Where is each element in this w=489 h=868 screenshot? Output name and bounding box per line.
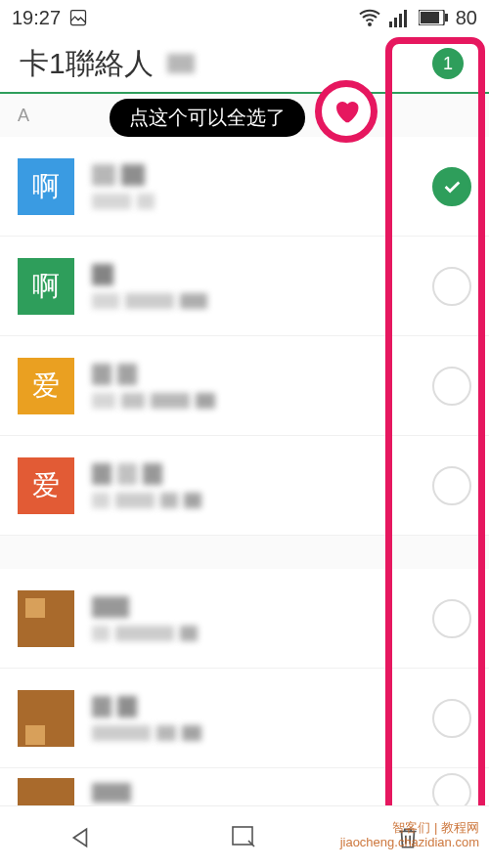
status-right: 80 [358,6,477,29]
watermark-line2: jiaocheng.chazidian.com [340,835,479,850]
selection-count-badge[interactable]: 1 [432,48,464,79]
contact-info [92,596,432,641]
contact-info [92,696,432,741]
avatar [18,778,74,807]
svg-rect-7 [421,12,439,23]
status-time: 19:27 [12,7,61,29]
section-letter: A [18,106,29,126]
contact-info [92,463,432,508]
watermark-line1: 智客们 | 教程网 [340,820,479,836]
tutorial-tooltip: 点这个可以全选了 [110,99,305,137]
contact-row[interactable] [0,669,489,768]
nav-back-button[interactable] [67,823,96,852]
svg-rect-0 [71,11,86,25]
status-bar: 19:27 80 [0,0,489,35]
contact-info [92,264,432,309]
svg-point-1 [369,23,371,25]
battery-icon [419,10,448,25]
avatar: 啊 [18,258,74,315]
section-header: A 点这个可以全选了 [0,94,489,137]
check-icon [441,176,463,197]
avatar: 爱 [18,358,74,414]
avatar: 啊 [18,158,74,215]
badge-count: 1 [443,54,453,74]
svg-rect-5 [404,10,407,27]
heart-icon [332,97,361,126]
select-checkbox[interactable] [432,466,471,505]
image-icon [68,8,88,27]
avatar-text: 爱 [32,368,60,405]
avatar [18,690,74,747]
avatar: 爱 [18,457,74,514]
contact-row[interactable]: 爱 [0,436,489,536]
wifi-icon [358,6,381,29]
svg-rect-8 [445,14,448,22]
svg-rect-3 [394,18,397,27]
triangle-back-icon [68,825,94,850]
select-checkbox[interactable] [432,599,471,638]
watermark: 智客们 | 教程网 jiaocheng.chazidian.com [340,820,479,850]
contact-row[interactable]: 爱 [0,336,489,436]
avatar [18,590,74,647]
contact-row[interactable]: 啊 [0,137,489,237]
select-checkbox[interactable] [432,267,471,306]
page-title: 卡1聯絡人 [20,44,154,84]
select-checkbox[interactable] [432,699,471,738]
svg-rect-2 [389,22,392,27]
contact-info [92,364,432,409]
avatar-text: 爱 [32,467,60,504]
contact-info [92,783,432,803]
header-blur [167,54,195,73]
battery-level: 80 [456,7,477,29]
heart-callout [315,80,378,143]
app-header: 卡1聯絡人 1 [0,35,489,94]
contact-row[interactable]: 啊 [0,237,489,336]
nav-select-button[interactable] [230,823,259,852]
select-checkbox[interactable] [432,367,471,406]
section-gap [0,536,489,569]
contact-row[interactable] [0,569,489,669]
tooltip-text: 点这个可以全选了 [129,105,286,131]
avatar-text: 啊 [32,268,60,305]
signal-icon [389,8,411,27]
avatar-text: 啊 [32,168,60,205]
select-rect-icon [231,825,258,850]
svg-rect-4 [399,14,402,27]
select-checkbox[interactable] [432,167,471,206]
contact-info [92,164,432,209]
